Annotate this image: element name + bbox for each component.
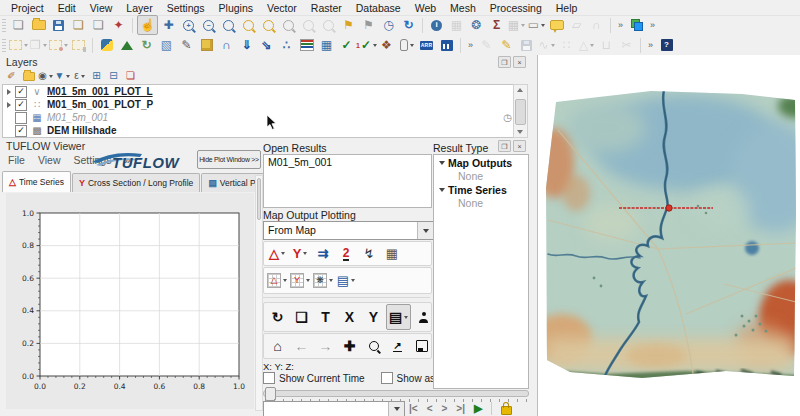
select-features[interactable] xyxy=(9,36,28,54)
tuflow-check-shield[interactable]: ✎ xyxy=(177,36,196,54)
menu-vector[interactable]: Vector xyxy=(260,2,304,14)
tree-group-map-outputs[interactable]: Map Outputs xyxy=(434,155,528,169)
attachment[interactable] xyxy=(397,36,416,54)
menu-processing[interactable]: Processing xyxy=(483,2,549,14)
options-gear[interactable]: ❂ xyxy=(467,16,486,34)
layers-scrollbar[interactable] xyxy=(513,84,528,138)
dropdown-arrow-icon[interactable] xyxy=(49,75,53,78)
tuflow-import-map[interactable]: ▧ xyxy=(157,36,176,54)
statistical-summary[interactable]: Σ xyxy=(487,16,506,34)
dropdown-arrow-icon[interactable] xyxy=(551,44,555,47)
tuflow-terrain[interactable] xyxy=(117,36,136,54)
cut-features[interactable]: ✂ xyxy=(617,36,636,54)
dropdown-arrow-icon[interactable] xyxy=(281,252,285,255)
save-figure-button[interactable] xyxy=(410,334,433,358)
toolbar-overflow-1[interactable]: » xyxy=(615,20,626,30)
checkbox-box[interactable] xyxy=(263,372,275,384)
y-axis-limits-button[interactable]: Y xyxy=(362,305,385,329)
tab-time-series[interactable]: △Time Series xyxy=(2,171,71,192)
play-button[interactable]: ▶ xyxy=(474,402,482,415)
python-console[interactable] xyxy=(97,36,116,54)
open-attribute-table[interactable]: ▦ xyxy=(447,16,466,34)
menu-web[interactable]: Web xyxy=(408,2,443,14)
time-slider[interactable] xyxy=(263,390,529,397)
dropdown-arrow-icon[interactable] xyxy=(43,44,47,47)
checkbox-box[interactable] xyxy=(381,372,393,384)
menu-file[interactable]: File xyxy=(8,154,25,166)
manage-layers[interactable] xyxy=(627,16,646,34)
flux-line-button[interactable]: ⇉ xyxy=(312,244,334,264)
dropdown-arrow-icon[interactable] xyxy=(64,44,68,47)
hide-plot-window-button[interactable]: Hide Plot Window >> xyxy=(197,150,261,169)
delete-selected[interactable]: ⊔ xyxy=(597,36,616,54)
chevron-down-icon[interactable] xyxy=(417,222,433,239)
dropdown-arrow-icon[interactable] xyxy=(410,44,414,47)
menu-raster[interactable]: Raster xyxy=(304,2,349,14)
dropdown-arrow-icon[interactable] xyxy=(541,24,545,27)
show-spatial-bookmarks[interactable]: ⚑ xyxy=(359,16,378,34)
zoom-out[interactable]: − xyxy=(199,16,218,34)
x-axis-limits-button[interactable]: X xyxy=(338,305,361,329)
tree-group-time-series[interactable]: Time Series xyxy=(434,182,528,196)
last-timestep-button[interactable]: >| xyxy=(456,403,465,414)
zoom-plot-button[interactable] xyxy=(362,334,385,358)
layer-row[interactable]: ✓∨M01_5m_001_PLOT_L xyxy=(3,85,515,98)
cs-depth-average-button[interactable]: Y xyxy=(289,271,311,291)
ts-depth-average-button[interactable]: △ xyxy=(266,271,288,291)
filter-by-expression[interactable]: ε xyxy=(72,70,87,83)
save-layer-edits[interactable] xyxy=(517,36,536,54)
map-canvas[interactable] xyxy=(537,55,800,416)
collapse-all[interactable]: ⊟ xyxy=(106,70,121,83)
tuflow-float-button[interactable]: ❐ xyxy=(498,140,511,152)
home-view-button[interactable]: ⌂ xyxy=(266,334,289,358)
open-layer-styling[interactable]: ✐ xyxy=(4,70,19,83)
tuflow-viewer-window[interactable]: ▦ xyxy=(317,36,336,54)
zoom-native[interactable] xyxy=(279,16,298,34)
chevron-down-icon[interactable] xyxy=(388,402,404,416)
manage-map-themes[interactable]: ◉ xyxy=(38,70,53,83)
menu-view[interactable]: View xyxy=(38,154,61,166)
toolbar-overflow-2[interactable]: » xyxy=(647,20,658,30)
menu-edit[interactable]: Edit xyxy=(51,2,83,14)
toolbar2-overflow-2[interactable]: » xyxy=(645,40,656,50)
axis-fonts-button[interactable]: T xyxy=(314,305,337,329)
layer-row[interactable]: ✓▩DEM Hillshade xyxy=(3,124,515,137)
layer-visibility-checkbox[interactable]: ✓ xyxy=(15,86,27,98)
zoom-to-layer[interactable] xyxy=(259,16,278,34)
pan-map[interactable]: ☝ xyxy=(137,15,158,35)
previous-timestep-button[interactable]: < xyxy=(427,403,433,414)
plot-scrollbar[interactable] xyxy=(255,175,263,411)
back-button[interactable]: ← xyxy=(290,334,313,358)
menu-layer[interactable]: Layer xyxy=(119,2,159,14)
dropdown-arrow-icon[interactable] xyxy=(283,279,287,282)
help[interactable]: ? xyxy=(657,36,676,54)
legend-button[interactable]: ▤ xyxy=(386,304,411,330)
select-by-value[interactable] xyxy=(49,36,68,54)
tree-item[interactable]: None xyxy=(434,169,528,182)
arr-beetle[interactable]: ❖ xyxy=(377,36,396,54)
next-timestep-button[interactable]: > xyxy=(441,403,447,414)
temporal-controller[interactable]: ◷ xyxy=(379,16,398,34)
menu-help[interactable]: Help xyxy=(549,2,585,14)
toolbar-drag-handle[interactable] xyxy=(2,18,6,32)
dropdown-arrow-icon[interactable] xyxy=(590,44,594,47)
dropdown-arrow-icon[interactable] xyxy=(24,44,28,47)
tuflow-download[interactable]: ⇓ xyxy=(237,36,256,54)
menu-view[interactable]: View xyxy=(83,2,120,14)
filter-legend[interactable]: ▼ xyxy=(55,70,70,83)
snapping-magnet[interactable]: ∩ xyxy=(587,16,606,34)
plot-figure[interactable]: 0.00.20.40.60.81.00.00.20.40.60.81.0 xyxy=(6,193,254,409)
tuflow-1d-profiles[interactable] xyxy=(297,36,316,54)
layers-float-button[interactable]: ❐ xyxy=(498,56,511,68)
layers-close-button[interactable]: × xyxy=(513,56,526,68)
show-layout-manager[interactable]: ❏ xyxy=(89,16,108,34)
pan-to-selection[interactable]: ✚ xyxy=(159,16,178,34)
layer-name[interactable]: M01_5m_001_PLOT_L xyxy=(47,86,153,97)
pan-plot-button[interactable]: ✚ xyxy=(338,334,361,358)
menu-database[interactable]: Database xyxy=(349,2,408,14)
expand-all[interactable]: ⊞ xyxy=(89,70,104,83)
layer-visibility-checkbox[interactable] xyxy=(15,112,27,124)
zoom-to-selection[interactable] xyxy=(239,16,258,34)
deselect-features[interactable]: ❐ xyxy=(29,36,48,54)
style-manager[interactable]: ✦ xyxy=(109,16,128,34)
